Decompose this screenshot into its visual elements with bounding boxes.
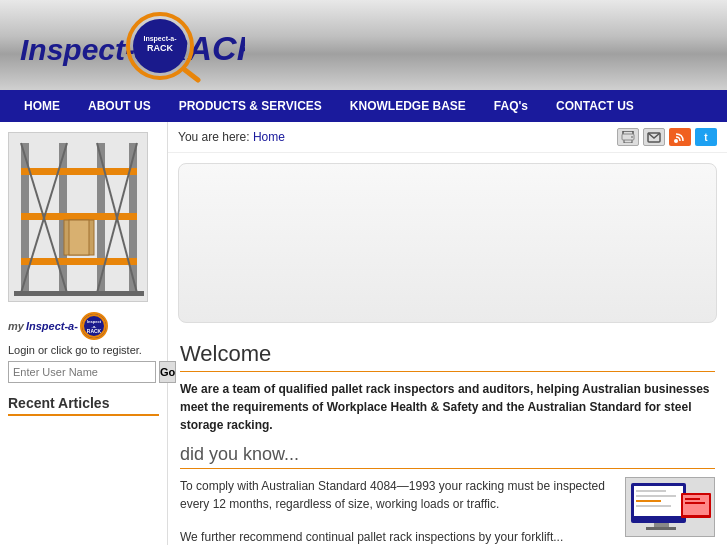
social-icons: t	[617, 128, 717, 146]
navigation: HOME ABOUT US PRODUCTS & SERVICES KNOWLE…	[0, 90, 727, 122]
svg-text:Inspect-a-: Inspect-a-	[143, 35, 177, 43]
svg-rect-13	[21, 213, 137, 220]
nav-home[interactable]: HOME	[10, 90, 74, 122]
svg-rect-12	[21, 168, 137, 175]
did-you-know-thumbnail	[625, 477, 715, 537]
svg-rect-14	[21, 258, 137, 265]
body-text-2: We further recommend continual pallet ra…	[180, 528, 615, 545]
breadcrumb-home[interactable]: Home	[253, 130, 285, 144]
svg-line-6	[185, 70, 198, 80]
logo[interactable]: Inspect-a- RACK Inspect-a- RACK	[15, 8, 245, 83]
logo-svg: Inspect-a- RACK Inspect-a- RACK	[15, 8, 245, 83]
nav-about[interactable]: ABOUT US	[74, 90, 165, 122]
breadcrumb: You are here: Home	[178, 130, 285, 144]
svg-rect-21	[14, 291, 144, 296]
did-you-know-text: To comply with Australian Standard 4084—…	[180, 477, 615, 545]
did-you-know-row: To comply with Australian Standard 4084—…	[180, 477, 715, 545]
svg-rect-40	[636, 490, 666, 492]
svg-text:RACK: RACK	[87, 328, 102, 334]
sidebar: my Inspect-a- Inspect -a- RACK Login or …	[0, 122, 168, 545]
svg-rect-41	[636, 495, 676, 497]
svg-rect-47	[685, 502, 705, 504]
content-area: You are here: Home	[168, 122, 727, 545]
breadcrumb-bar: You are here: Home	[168, 122, 727, 153]
svg-rect-38	[654, 523, 669, 527]
svg-rect-42	[636, 500, 661, 502]
my-logo-prefix: my	[8, 320, 24, 332]
svg-rect-20	[69, 220, 89, 255]
did-you-know-title: did you know...	[180, 444, 715, 469]
svg-point-29	[631, 136, 633, 138]
breadcrumb-prefix: You are here:	[178, 130, 253, 144]
print-icon[interactable]	[617, 128, 639, 146]
twitter-icon[interactable]: t	[695, 128, 717, 146]
welcome-section: Welcome We are a team of qualified palle…	[168, 333, 727, 545]
svg-rect-43	[636, 505, 671, 507]
svg-rect-46	[685, 498, 700, 500]
login-row: Go	[8, 361, 159, 383]
rack-image	[8, 132, 148, 302]
nav-faqs[interactable]: FAQ's	[480, 90, 542, 122]
rack-svg	[9, 133, 148, 302]
my-logo-brand: Inspect-a-	[26, 320, 78, 332]
username-input[interactable]	[8, 361, 156, 383]
rss-icon[interactable]	[669, 128, 691, 146]
welcome-intro: We are a team of qualified pallet rack i…	[180, 380, 715, 434]
slider	[178, 163, 717, 323]
my-logo-circle: Inspect -a- RACK	[80, 312, 108, 340]
recent-articles-heading: Recent Articles	[8, 395, 159, 416]
svg-text:RACK: RACK	[147, 43, 173, 53]
login-label: Login or click go to register.	[8, 344, 159, 356]
main-layout: my Inspect-a- Inspect -a- RACK Login or …	[0, 122, 727, 545]
nav-contact[interactable]: CONTACT US	[542, 90, 648, 122]
svg-point-32	[674, 139, 678, 143]
email-icon[interactable]	[643, 128, 665, 146]
svg-rect-39	[646, 527, 676, 530]
welcome-title: Welcome	[180, 341, 715, 372]
site-header: Inspect-a- RACK Inspect-a- RACK	[0, 0, 727, 90]
my-logo: my Inspect-a- Inspect -a- RACK	[8, 312, 159, 340]
body-text-1: To comply with Australian Standard 4084—…	[180, 477, 615, 513]
nav-knowledge[interactable]: KNOWLEDGE BASE	[336, 90, 480, 122]
nav-products[interactable]: PRODUCTS & SERVICES	[165, 90, 336, 122]
